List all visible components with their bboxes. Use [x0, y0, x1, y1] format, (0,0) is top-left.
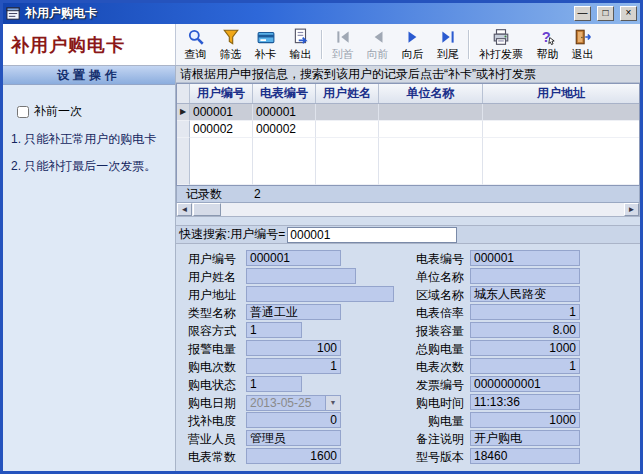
label-remark: 备注说明: [408, 431, 470, 448]
cell-unit-name: [379, 104, 483, 121]
cell-meter-id: 000002: [253, 121, 316, 138]
titlebar[interactable]: 补用户购电卡 — □ ×: [3, 3, 640, 24]
field-user-name[interactable]: [246, 268, 356, 284]
field-total-purchased-power[interactable]: 1000: [470, 340, 580, 356]
field-user-address[interactable]: [246, 286, 394, 302]
label-type-name: 类型名称: [188, 305, 246, 322]
toolbar-label: 查询: [185, 47, 207, 62]
table-header: 用户编号 电表编号 用户姓名 单位名称 用户地址: [177, 84, 639, 104]
help-icon: ?: [539, 28, 557, 46]
field-user-id[interactable]: 000001: [246, 250, 341, 266]
scroll-right-arrow-icon[interactable]: ►: [624, 203, 639, 216]
field-alarm-power[interactable]: 100: [246, 340, 341, 356]
purchase-date-combobox[interactable]: 2013-05-25 ▼: [246, 395, 341, 411]
cell-user-address: [483, 104, 639, 121]
sidebar: 设置操作 补前一次 1. 只能补正常用户的购电卡 2. 只能补打最后一次发票。: [3, 66, 176, 471]
field-meter-ratio[interactable]: 1: [470, 304, 580, 320]
column-header-user-address[interactable]: 用户地址: [483, 84, 639, 103]
toolbar-button-help[interactable]: ? 帮助: [530, 26, 565, 63]
scrollbar-track[interactable]: [221, 203, 624, 216]
row-selected-marker: ▶: [177, 104, 190, 121]
toolbar-button-first[interactable]: 到首: [325, 26, 360, 63]
table-empty-area: [177, 138, 639, 185]
toolbar-label: 到首: [332, 47, 354, 62]
scroll-left-arrow-icon[interactable]: ◄: [177, 203, 192, 216]
horizontal-scrollbar[interactable]: ◄ ►: [176, 203, 640, 217]
toolbar-button-query[interactable]: 查询: [178, 26, 213, 63]
close-button[interactable]: ×: [620, 6, 637, 21]
label-meter-id: 电表编号: [408, 251, 470, 268]
record-count-bar: 记录数 2: [176, 186, 640, 203]
label-meter-ratio: 电表倍率: [408, 305, 470, 322]
table-row[interactable]: 000002 000002: [177, 121, 639, 138]
filter-icon: [222, 28, 240, 46]
empty-cell: [190, 138, 253, 185]
toolbar-button-exit[interactable]: 退出: [565, 26, 600, 63]
reissue-previous-checkbox-row[interactable]: 补前一次: [17, 103, 175, 120]
label-invoice-number: 发票编号: [408, 377, 470, 394]
cell-user-id: 000002: [190, 121, 253, 138]
toolbar-button-export[interactable]: 输出: [283, 26, 318, 63]
label-purchased-power: 购电量: [408, 413, 470, 430]
toolbar-button-filter[interactable]: 筛选: [213, 26, 248, 63]
field-installed-capacity[interactable]: 8.00: [470, 322, 580, 338]
field-meter-id[interactable]: 000001: [470, 250, 580, 266]
quick-search-input[interactable]: [287, 227, 457, 243]
sidebar-note-2: 2. 只能补打最后一次发票。: [11, 158, 167, 174]
toolbar-label: 输出: [290, 47, 312, 62]
toolbar-button-reissue-card[interactable]: 补卡: [248, 26, 283, 63]
field-purchase-times[interactable]: 1: [246, 358, 341, 374]
card-icon: [257, 28, 275, 46]
app-title-panel: 补用户购电卡: [3, 24, 176, 65]
field-remark[interactable]: 开户购电: [470, 430, 580, 446]
field-purchase-time[interactable]: 11:13:36: [470, 394, 580, 410]
toolbar-label: 向前: [367, 47, 389, 62]
field-adjustment-power[interactable]: 0: [246, 412, 341, 428]
toolbar-separator: [321, 30, 322, 59]
empty-cell: [316, 138, 379, 185]
label-user-id: 用户编号: [188, 251, 246, 268]
minimize-button[interactable]: —: [574, 6, 591, 21]
toolbar-button-next[interactable]: 向后: [395, 26, 430, 63]
scrollbar-thumb[interactable]: [193, 203, 221, 216]
row-selector-header: [177, 84, 190, 103]
field-unit-name[interactable]: [470, 268, 580, 284]
next-icon: [404, 28, 422, 46]
chevron-down-icon[interactable]: ▼: [325, 396, 340, 410]
toolbar-label: 补卡: [255, 47, 277, 62]
label-purchase-status: 购电状态: [188, 377, 246, 394]
label-installed-capacity: 报装容量: [408, 323, 470, 340]
field-meter-times[interactable]: 1: [470, 358, 580, 374]
toolbar-button-last[interactable]: 到尾: [430, 26, 465, 63]
app-icon: [6, 7, 21, 21]
label-user-name: 用户姓名: [188, 269, 246, 286]
search-icon: [187, 28, 205, 46]
empty-cell: [483, 138, 639, 185]
label-user-address: 用户地址: [188, 287, 246, 304]
toolbar-label: 帮助: [537, 47, 559, 62]
field-capacity-limit-mode[interactable]: 1: [246, 322, 302, 338]
reissue-previous-checkbox[interactable]: [17, 106, 29, 118]
column-header-user-id[interactable]: 用户编号: [190, 84, 253, 103]
field-model-version[interactable]: 18460: [470, 448, 580, 464]
toolbar-label: 向后: [402, 47, 424, 62]
toolbar-button-reprint-invoice[interactable]: 补打发票: [472, 26, 530, 63]
column-header-unit-name[interactable]: 单位名称: [379, 84, 483, 103]
column-header-user-name[interactable]: 用户姓名: [316, 84, 379, 103]
field-invoice-number[interactable]: 0000000001: [470, 376, 580, 392]
maximize-button[interactable]: □: [597, 6, 614, 21]
field-type-name[interactable]: 普通工业: [246, 304, 341, 320]
field-purchase-status[interactable]: 1: [246, 376, 302, 392]
field-operator[interactable]: 管理员: [246, 430, 341, 446]
label-region-name: 区域名称: [408, 287, 470, 304]
column-header-meter-id[interactable]: 电表编号: [253, 84, 316, 103]
toolbar-button-prev[interactable]: 向前: [360, 26, 395, 63]
topbar: 补用户购电卡 查询 筛选 补卡 输出 到首: [3, 24, 640, 66]
empty-cell: [379, 138, 483, 185]
field-region-name[interactable]: 城东人民路变: [470, 286, 580, 302]
field-meter-constant[interactable]: 1600: [246, 448, 341, 464]
table-row[interactable]: ▶ 000001 000001: [177, 104, 639, 121]
cell-unit-name: [379, 121, 483, 138]
label-adjustment-power: 找补电度: [188, 413, 246, 430]
field-purchased-power[interactable]: 1000: [470, 412, 580, 428]
